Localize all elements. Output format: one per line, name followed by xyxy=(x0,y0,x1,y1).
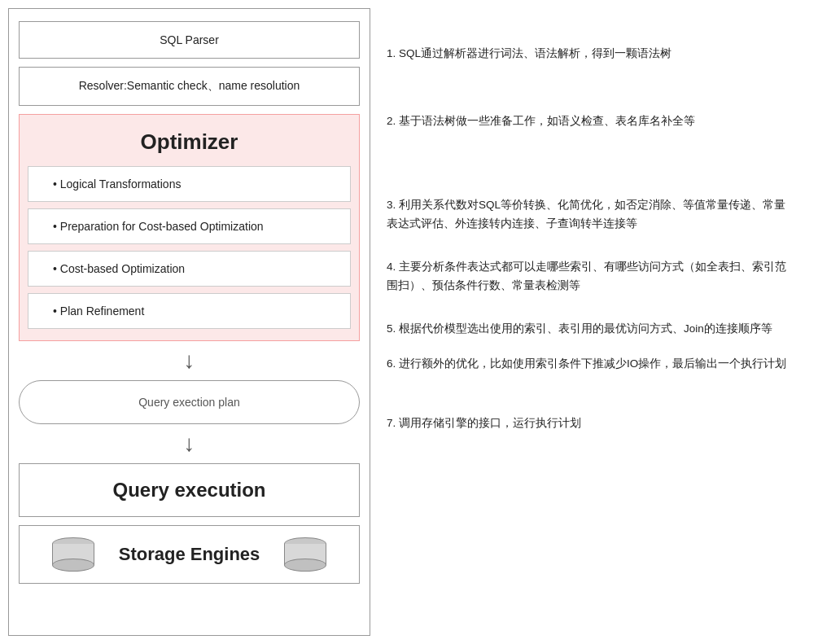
storage-engines-title: Storage Engines xyxy=(119,544,260,565)
sql-parser-box: SQL Parser xyxy=(19,21,360,59)
sql-parser-label: SQL Parser xyxy=(160,33,219,46)
db-icon-left xyxy=(52,537,94,572)
query-execution-box: Query execution xyxy=(19,463,360,517)
left-panel: SQL Parser Resolver:Semantic check、name … xyxy=(8,8,370,636)
annotation-2: 2. 基于语法树做一些准备工作，如语义检查、表名库名补全等 xyxy=(387,72,794,139)
annotation-7: 7. 调用存储引擎的接口，运行执行计划 xyxy=(387,382,794,441)
right-panel: 1. SQL通过解析器进行词法、语法解析，得到一颗语法树 2. 基于语法树做一些… xyxy=(370,8,810,636)
optimizer-container: Optimizer • Logical Transformations • Pr… xyxy=(19,114,360,341)
annotation-3: 3. 利用关系代数对SQL等价转换、化简优化，如否定消除、等值常量传递、常量表达… xyxy=(387,139,794,242)
optimizer-item-logical: • Logical Transformations xyxy=(28,166,351,202)
resolver-label: Resolver:Semantic check、name resolution xyxy=(79,79,300,92)
annotation-6: 6. 进行额外的优化，比如使用索引条件下推减少IO操作，最后输出一个执行计划 xyxy=(387,347,794,382)
annotation-4: 4. 主要分析条件表达式都可以走哪些索引、有哪些访问方式（如全表扫、索引范围扫）… xyxy=(387,242,794,304)
arrow-down-1: ↓ xyxy=(184,349,195,372)
resolver-box: Resolver:Semantic check、name resolution xyxy=(19,67,360,106)
db-icon-right xyxy=(284,537,326,572)
annotation-1: 1. SQL通过解析器进行词法、语法解析，得到一颗语法树 xyxy=(387,20,794,72)
optimizer-item-preparation: • Preparation for Cost-based Optimizatio… xyxy=(28,208,351,244)
query-execution-label: Query execution xyxy=(112,479,265,501)
storage-engines-box: Storage Engines xyxy=(19,525,360,584)
optimizer-title: Optimizer xyxy=(141,123,238,160)
optimizer-item-cost: • Cost-based Optimization xyxy=(28,251,351,287)
annotation-5: 5. 根据代价模型选出使用的索引、表引用的最优访问方式、Join的连接顺序等 xyxy=(387,304,794,347)
arrow-down-2: ↓ xyxy=(184,432,195,455)
query-plan-box: Query exection plan xyxy=(19,380,360,424)
optimizer-item-plan: • Plan Refinement xyxy=(28,293,351,329)
query-plan-label: Query exection plan xyxy=(138,396,240,409)
